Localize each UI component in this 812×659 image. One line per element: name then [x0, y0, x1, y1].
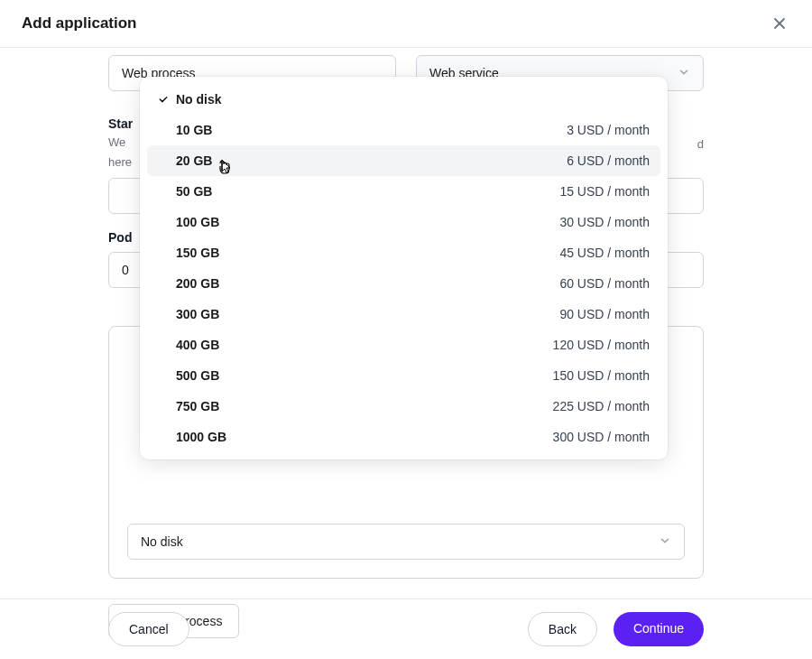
- disk-option[interactable]: 50 GB15 USD / month: [147, 176, 660, 207]
- modal-header: Add application: [0, 0, 812, 48]
- disk-option-price: 60 USD / month: [559, 276, 650, 291]
- disk-option-price: 45 USD / month: [559, 246, 650, 260]
- disk-option[interactable]: 300 GB90 USD / month: [147, 299, 660, 330]
- disk-option-price: 300 USD / month: [553, 430, 650, 444]
- disk-option-label: No disk: [176, 92, 222, 107]
- disk-option[interactable]: 200 GB60 USD / month: [147, 268, 660, 299]
- back-label: Back: [549, 622, 577, 636]
- disk-option[interactable]: 20 GB6 USD / month: [147, 145, 660, 176]
- continue-label: Continue: [633, 621, 684, 636]
- disk-option-label: 20 GB: [176, 153, 212, 168]
- disk-option-price: 3 USD / month: [567, 123, 650, 137]
- modal-title: Add application: [22, 14, 137, 32]
- disk-option-label: 400 GB: [176, 338, 219, 352]
- close-button[interactable]: [769, 13, 790, 34]
- disk-option[interactable]: 10 GB3 USD / month: [147, 115, 660, 145]
- disk-option-price: 120 USD / month: [553, 338, 650, 352]
- disk-option-label: 300 GB: [176, 307, 219, 321]
- disk-option[interactable]: 1000 GB300 USD / month: [147, 422, 660, 452]
- disk-option-label: 100 GB: [176, 215, 219, 229]
- disk-option-label: 1000 GB: [176, 430, 226, 444]
- check-icon: [158, 94, 176, 105]
- disk-option[interactable]: 150 GB45 USD / month: [147, 237, 660, 268]
- disk-select-value: No disk: [141, 534, 183, 549]
- cancel-button[interactable]: Cancel: [108, 612, 189, 646]
- disk-option-label: 150 GB: [176, 246, 219, 260]
- disk-dropdown: No disk10 GB3 USD / month20 GB6 USD / mo…: [140, 77, 668, 459]
- disk-option-label: 10 GB: [176, 123, 212, 137]
- start-label: Star: [108, 116, 133, 131]
- modal-footer: Cancel Back Continue: [0, 599, 812, 659]
- disk-option[interactable]: 500 GB150 USD / month: [147, 360, 660, 391]
- back-button[interactable]: Back: [528, 612, 597, 646]
- disk-option[interactable]: 100 GB30 USD / month: [147, 207, 660, 237]
- footer-right: Back Continue: [528, 612, 704, 646]
- close-icon: [772, 16, 787, 31]
- start-sub2: here: [108, 154, 133, 171]
- disk-select[interactable]: No disk: [127, 524, 685, 560]
- chevron-down-icon: [659, 534, 671, 550]
- disk-option-label: 500 GB: [176, 368, 219, 383]
- disk-option-price: 90 USD / month: [559, 307, 650, 321]
- disk-option-price: 6 USD / month: [567, 153, 650, 168]
- start-sub1: We: [108, 135, 133, 151]
- disk-option-label: 200 GB: [176, 276, 219, 291]
- disk-option-price: 15 USD / month: [559, 184, 650, 199]
- continue-button[interactable]: Continue: [614, 612, 704, 646]
- disk-option-price: 30 USD / month: [559, 215, 650, 229]
- disk-option-price: 150 USD / month: [553, 368, 650, 383]
- chevron-down-icon: [678, 66, 690, 81]
- disk-option[interactable]: 750 GB225 USD / month: [147, 391, 660, 422]
- disk-option[interactable]: No disk: [147, 84, 660, 115]
- disk-option[interactable]: 400 GB120 USD / month: [147, 330, 660, 360]
- disk-option-label: 750 GB: [176, 399, 219, 413]
- cancel-label: Cancel: [129, 622, 169, 636]
- disk-option-price: 225 USD / month: [553, 399, 650, 413]
- start-sub-right: d: [697, 136, 704, 171]
- pod-value: 0: [122, 263, 129, 277]
- disk-option-label: 50 GB: [176, 184, 212, 199]
